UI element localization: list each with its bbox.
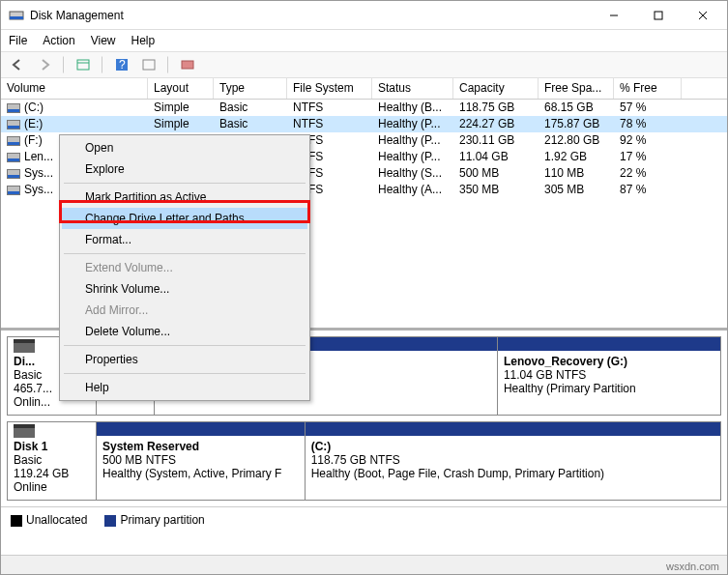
menu-separator — [64, 253, 306, 254]
volume-row[interactable]: (C:)SimpleBasicNTFSHealthy (B...118.75 G… — [1, 100, 727, 116]
svg-text:?: ? — [119, 58, 126, 72]
drive-icon — [7, 136, 20, 146]
menu-separator — [64, 183, 306, 184]
separator — [102, 56, 103, 73]
menu-file[interactable]: File — [9, 34, 27, 47]
drive-icon — [7, 169, 20, 179]
svg-rect-1 — [10, 16, 23, 19]
menu-bar: File Action View Help — [1, 30, 727, 51]
svg-rect-10 — [143, 60, 155, 70]
disk-row[interactable]: Disk 1 Basic 119.24 GB Online System Res… — [7, 421, 721, 501]
menu-delete-volume[interactable]: Delete Volume... — [62, 321, 307, 342]
context-menu: Open Explore Mark Partition as Active Ch… — [59, 134, 310, 401]
menu-change-drive-letter[interactable]: Change Drive Letter and Paths... — [62, 208, 307, 229]
menu-properties[interactable]: Properties — [62, 349, 307, 370]
menu-add-mirror: Add Mirror... — [62, 300, 307, 321]
disk-state: Online — [14, 480, 90, 494]
status-bar — [1, 555, 727, 574]
menu-extend-volume: Extend Volume... — [62, 257, 307, 278]
settings-button[interactable] — [177, 54, 198, 75]
menu-separator — [64, 373, 306, 374]
separator — [167, 56, 169, 73]
col-pctfree[interactable]: % Free — [614, 78, 682, 99]
disk-info: Disk 1 Basic 119.24 GB Online — [8, 422, 97, 500]
menu-mark-active[interactable]: Mark Partition as Active — [62, 187, 307, 208]
show-hide-button[interactable] — [73, 54, 94, 75]
menu-help[interactable]: Help — [131, 34, 156, 47]
svg-rect-11 — [182, 61, 193, 69]
col-volume[interactable]: Volume — [1, 78, 148, 99]
disk-size: 119.24 GB — [14, 467, 90, 480]
col-type[interactable]: Type — [214, 78, 287, 99]
col-fs[interactable]: File System — [287, 78, 372, 99]
legend: Unallocated Primary partition — [1, 506, 727, 532]
svg-rect-3 — [655, 12, 662, 19]
watermark: wsxdn.com — [666, 561, 719, 572]
app-icon — [9, 8, 24, 23]
toolbar: ? — [1, 51, 727, 78]
maximize-button[interactable] — [636, 1, 681, 30]
partition[interactable]: Lenovo_Recovery (G:)11.04 GB NTFSHealthy… — [498, 337, 720, 415]
disk-label: Disk 1 — [14, 440, 90, 453]
legend-unallocated: Unallocated — [11, 513, 87, 527]
menu-view[interactable]: View — [91, 34, 116, 47]
menu-separator — [64, 345, 306, 346]
disk-icon — [14, 428, 35, 438]
volume-row[interactable]: (E:)SimpleBasicNTFSHealthy (P...224.27 G… — [1, 116, 727, 132]
title-bar: Disk Management — [1, 1, 727, 30]
menu-shrink-volume[interactable]: Shrink Volume... — [62, 278, 307, 300]
drive-icon — [7, 120, 20, 129]
menu-help[interactable]: Help — [62, 377, 307, 398]
col-free[interactable]: Free Spa... — [539, 78, 614, 99]
close-button[interactable] — [681, 1, 725, 30]
disk-type: Basic — [14, 453, 90, 467]
menu-format[interactable]: Format... — [62, 229, 307, 250]
forward-button[interactable] — [34, 54, 55, 75]
minimize-button[interactable] — [592, 1, 636, 30]
drive-icon — [7, 103, 20, 113]
col-status[interactable]: Status — [372, 78, 453, 99]
menu-explore[interactable]: Explore — [62, 158, 307, 180]
window-title: Disk Management — [30, 9, 592, 22]
svg-rect-6 — [77, 60, 89, 70]
partition[interactable]: System Reserved500 MB NTFSHealthy (Syste… — [97, 422, 306, 500]
col-layout[interactable]: Layout — [148, 78, 214, 99]
disk-icon — [14, 343, 35, 353]
separator — [63, 56, 65, 73]
menu-action[interactable]: Action — [43, 34, 74, 47]
drive-icon — [7, 186, 20, 195]
menu-open[interactable]: Open — [62, 137, 307, 158]
col-capacity[interactable]: Capacity — [453, 78, 539, 99]
partition[interactable]: (C:)118.75 GB NTFSHealthy (Boot, Page Fi… — [306, 422, 720, 500]
back-button[interactable] — [7, 54, 28, 75]
legend-primary: Primary partition — [104, 513, 204, 527]
drive-icon — [7, 153, 20, 162]
help-button[interactable]: ? — [111, 54, 132, 75]
refresh-button[interactable] — [138, 54, 160, 75]
volume-list-header: Volume Layout Type File System Status Ca… — [1, 78, 727, 100]
